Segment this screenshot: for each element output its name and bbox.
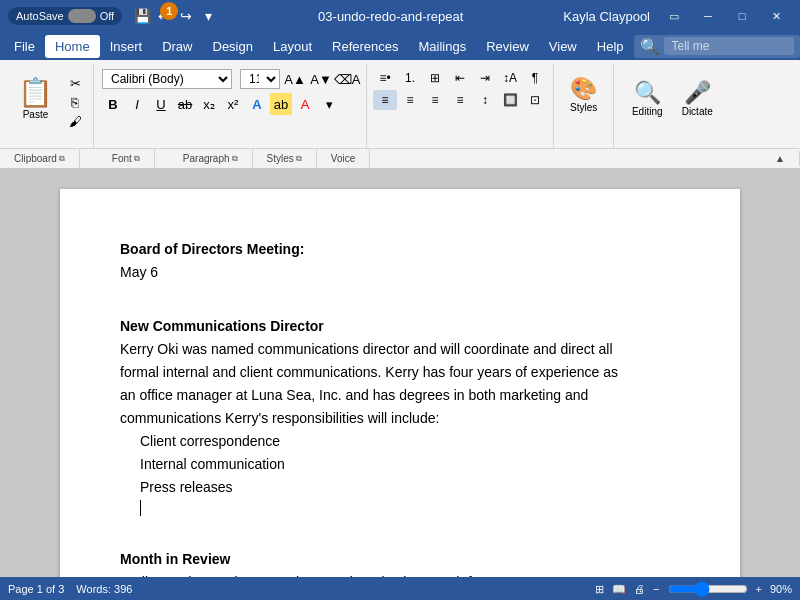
zoom-slider[interactable] xyxy=(668,581,748,597)
title-bar: AutoSave Off 💾 ↩ 1 ↪ ▾ 03-undo-redo-and-… xyxy=(0,0,800,32)
align-center-button[interactable]: ≡ xyxy=(398,90,422,110)
justify-button[interactable]: ≡ xyxy=(448,90,472,110)
document-page[interactable]: Board of Directors Meeting: May 6 New Co… xyxy=(60,189,740,577)
font-group: Calibri (Body) 11 A▲ A▼ ⌫A B I U ab x₂ x… xyxy=(94,64,367,148)
ribbon: 📋 Paste ✂ ⎘ 🖌 Calibri (Body) 11 A▲ A▼ xyxy=(0,60,800,169)
clipboard-small-buttons: ✂ ⎘ 🖌 xyxy=(63,74,87,130)
search-icon: 🔍 xyxy=(640,37,660,56)
dictate-button[interactable]: 🎤 Dictate xyxy=(672,68,722,128)
copy-button[interactable]: ⎘ xyxy=(63,93,87,111)
autosave-toggle[interactable] xyxy=(68,9,96,23)
status-layout-icon[interactable]: ⊞ xyxy=(595,583,604,596)
highlight-button[interactable]: ab xyxy=(270,93,292,115)
borders-button[interactable]: ⊡ xyxy=(523,90,547,110)
menu-draw[interactable]: Draw xyxy=(152,35,202,58)
doc-line-9: Client correspondence xyxy=(140,431,680,452)
doc-line-7: an office manager at Luna Sea, Inc. and … xyxy=(120,385,680,406)
editing-button[interactable]: 🔍 Editing xyxy=(622,68,672,128)
align-right-button[interactable]: ≡ xyxy=(423,90,447,110)
menu-help[interactable]: Help xyxy=(587,35,634,58)
autosave-badge[interactable]: AutoSave Off xyxy=(8,7,122,25)
document-area: Board of Directors Meeting: May 6 New Co… xyxy=(0,169,800,577)
clear-format-button[interactable]: ⌫A xyxy=(336,68,358,90)
paste-icon: 📋 xyxy=(18,76,53,109)
doc-line-blank xyxy=(120,518,680,539)
paste-button[interactable]: 📋 Paste xyxy=(10,68,61,128)
clipboard-expand-icon[interactable]: ⧉ xyxy=(59,154,65,164)
styles-icon: 🎨 xyxy=(570,76,597,102)
status-right: ⊞ 📖 🖨 − + 90% xyxy=(595,581,792,597)
voice-label[interactable]: Voice xyxy=(317,149,370,168)
format-painter-button[interactable]: 🖌 xyxy=(63,112,87,130)
paragraph-label[interactable]: Paragraph ⧉ xyxy=(155,149,253,168)
bold-button[interactable]: B xyxy=(102,93,124,115)
align-left-button[interactable]: ≡ xyxy=(373,90,397,110)
zoom-out-icon[interactable]: − xyxy=(653,583,659,595)
doc-line-11: Press releases xyxy=(140,477,680,498)
strikethrough-button[interactable]: ab xyxy=(174,93,196,115)
status-print-icon[interactable]: 🖨 xyxy=(634,583,645,595)
font-color-arrow[interactable]: ▾ xyxy=(318,93,340,115)
menu-review[interactable]: Review xyxy=(476,35,539,58)
menu-home[interactable]: Home xyxy=(45,35,100,58)
menu-file[interactable]: File xyxy=(4,35,45,58)
collapse-ribbon-button[interactable]: ▲ xyxy=(761,151,800,166)
cut-button[interactable]: ✂ xyxy=(63,74,87,92)
font-color-button[interactable]: A xyxy=(294,93,316,115)
decrease-font-button[interactable]: A▼ xyxy=(310,68,332,90)
styles-expand-icon[interactable]: ⧉ xyxy=(296,154,302,164)
show-marks-button[interactable]: ¶ xyxy=(523,68,547,88)
menu-view[interactable]: View xyxy=(539,35,587,58)
styles-label-item[interactable]: Styles ⧉ xyxy=(253,149,317,168)
title-bar-left: AutoSave Off 💾 ↩ 1 ↪ ▾ xyxy=(8,6,218,26)
menu-insert[interactable]: Insert xyxy=(100,35,153,58)
doc-line-4: New Communications Director xyxy=(120,316,680,337)
decrease-indent-button[interactable]: ⇤ xyxy=(448,68,472,88)
maximize-button[interactable]: □ xyxy=(726,6,758,26)
menu-layout[interactable]: Layout xyxy=(263,35,322,58)
font-expand-icon[interactable]: ⧉ xyxy=(134,154,140,164)
search-input[interactable] xyxy=(664,37,794,55)
increase-font-button[interactable]: A▲ xyxy=(284,68,306,90)
document-title: 03-undo-redo-and-repeat xyxy=(218,9,563,24)
styles-button[interactable]: 🎨 Styles xyxy=(562,64,605,124)
clipboard-label[interactable]: Clipboard ⧉ xyxy=(0,149,80,168)
underline-button[interactable]: U xyxy=(150,93,172,115)
text-effects-button[interactable]: A xyxy=(246,93,268,115)
customize-qat-icon[interactable]: ▾ xyxy=(198,6,218,26)
multilevel-list-button[interactable]: ⊞ xyxy=(423,68,447,88)
para-row2: ≡ ≡ ≡ ≡ ↕ 🔲 ⊡ xyxy=(373,90,547,110)
autosave-state: Off xyxy=(100,10,114,22)
font-size-select[interactable]: 11 xyxy=(240,69,280,89)
shading-button[interactable]: 🔲 xyxy=(498,90,522,110)
menu-mailings[interactable]: Mailings xyxy=(409,35,477,58)
status-read-icon[interactable]: 📖 xyxy=(612,583,626,596)
styles-label: Styles xyxy=(570,102,597,113)
redo-icon[interactable]: ↪ xyxy=(176,6,196,26)
increase-indent-button[interactable]: ⇥ xyxy=(473,68,497,88)
font-label[interactable]: Font ⧉ xyxy=(80,149,155,168)
doc-line-8: communications Kerry's responsibilities … xyxy=(120,408,680,429)
paragraph-expand-icon[interactable]: ⧉ xyxy=(232,154,238,164)
save-icon[interactable]: 💾 xyxy=(132,6,152,26)
dictate-label: Dictate xyxy=(682,106,713,117)
menu-references[interactable]: References xyxy=(322,35,408,58)
font-row1: Calibri (Body) 11 A▲ A▼ ⌫A xyxy=(102,68,358,90)
doc-line-10: Internal communication xyxy=(140,454,680,475)
superscript-button[interactable]: x² xyxy=(222,93,244,115)
menu-design[interactable]: Design xyxy=(203,35,263,58)
line-spacing-button[interactable]: ↕ xyxy=(473,90,497,110)
minimize-button[interactable]: ─ xyxy=(692,6,724,26)
doc-line-2: May 6 xyxy=(120,262,680,283)
close-button[interactable]: ✕ xyxy=(760,6,792,26)
italic-button[interactable]: I xyxy=(126,93,148,115)
bullets-button[interactable]: ≡• xyxy=(373,68,397,88)
ribbon-toggle-icon[interactable]: ▭ xyxy=(658,6,690,26)
zoom-in-icon[interactable]: + xyxy=(756,583,762,595)
sort-button[interactable]: ↕A xyxy=(498,68,522,88)
menu-bar-right: 🔍 ⬆ 💬 xyxy=(634,35,800,58)
zoom-percent[interactable]: 90% xyxy=(770,583,792,595)
font-family-select[interactable]: Calibri (Body) xyxy=(102,69,232,89)
subscript-button[interactable]: x₂ xyxy=(198,93,220,115)
numbering-button[interactable]: 1. xyxy=(398,68,422,88)
